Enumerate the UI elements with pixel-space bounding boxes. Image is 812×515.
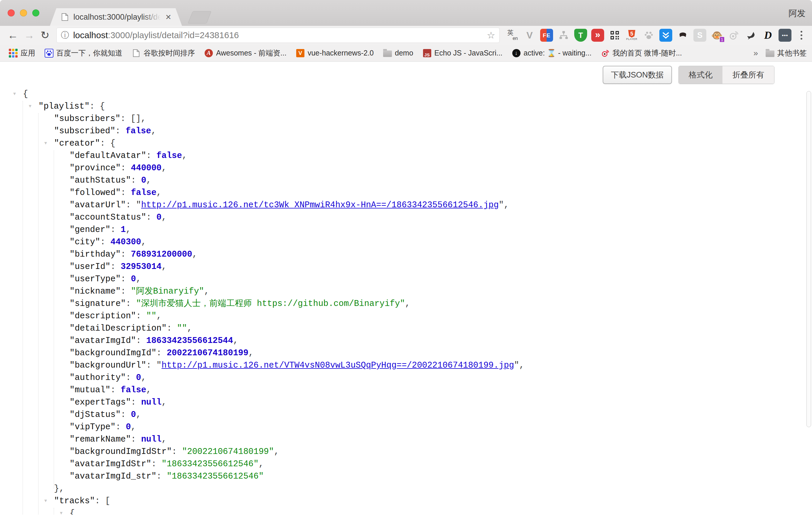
proxy-mask-extension-icon[interactable] [676, 29, 689, 42]
indent-guide [23, 101, 23, 515]
html5-player-extension-icon[interactable]: 5PLAYER [625, 29, 638, 42]
video-speed-extension-icon[interactable]: » [591, 29, 604, 42]
json-line: "mutual": false, [0, 384, 812, 396]
password-manager-extension-icon[interactable]: ••• [779, 29, 791, 42]
tab-title-wrap: localhost:3000/playlist/detail?i [74, 12, 161, 22]
json-line: "subscribers": [], [0, 113, 812, 125]
json-line: "avatarImgId_str": "18633423556612546" [0, 470, 812, 483]
bookmark-label: 我的首页 微博-随时... [613, 48, 682, 58]
reload-icon[interactable]: ↻ [40, 30, 49, 40]
json-line: "backgroundImgIdStr": "2002210674180199"… [0, 446, 812, 458]
json-line: "accountStatus": 0, [0, 211, 812, 224]
new-tab-button[interactable] [188, 11, 212, 24]
json-line: "signature": "深圳市爱猫人士，前端工程师 https://gith… [0, 298, 812, 310]
back-icon[interactable]: ← [8, 30, 18, 40]
weibo-icon [601, 49, 610, 58]
json-line: "avatarUrl": "http://p1.music.126.net/tc… [0, 199, 812, 211]
other-bookmarks-label: 其他书签 [777, 48, 807, 58]
page-icon [132, 49, 141, 58]
echojs-icon: JS [423, 49, 432, 58]
json-line: "djStatus": 0, [0, 409, 812, 421]
bookmark-item[interactable]: AAwesomes - 前端资... [204, 48, 287, 58]
s-letter-extension-icon[interactable]: S [693, 29, 706, 42]
bookmark-item[interactable]: 百度一下，你就知道 [45, 48, 122, 58]
vue-devtools-extension-icon[interactable]: V [523, 29, 536, 42]
address-bar[interactable]: ⓘ localhost:3000/playlist/detail?id=2438… [56, 28, 500, 43]
page-info-icon[interactable]: ⓘ [61, 30, 69, 41]
format-button[interactable]: 格式化 [679, 66, 722, 84]
zoom-window-button[interactable] [32, 9, 39, 17]
bookmark-label: Echo JS - JavaScri... [434, 49, 502, 57]
translate-extension-icon[interactable]: 英en [506, 29, 519, 42]
collapse-triangle-icon[interactable]: ▼ [44, 495, 47, 507]
collapse-triangle-icon[interactable]: ▼ [44, 137, 47, 150]
bookmark-label: 百度一下，你就知道 [56, 48, 122, 58]
bookmarks-bar: 应用百度一下，你就知道谷歌按时间排序AAwesomes - 前端资...Vvue… [0, 45, 812, 62]
json-tree: ▼{▼"playlist": {"subscribers": [],"subsc… [0, 88, 812, 515]
bookmark-item[interactable]: 我的首页 微博-随时... [601, 48, 682, 58]
paw-extension-icon[interactable] [642, 29, 655, 42]
browser-tab[interactable]: localhost:3000/playlist/detail?i ✕ [50, 8, 182, 26]
json-line: "remarkName": null, [0, 433, 812, 446]
chrome-menu-icon[interactable] [795, 29, 807, 42]
bookmark-item[interactable]: ↓active: ⌛ - waiting... [512, 49, 591, 58]
bookmark-item[interactable]: demo [383, 49, 413, 58]
url-host: localhost [73, 30, 108, 40]
extension-badge: 1 [719, 36, 725, 42]
other-bookmarks-folder[interactable]: 其他书签 [765, 48, 807, 58]
close-window-button[interactable] [8, 9, 15, 17]
json-line: ▼{ [0, 88, 812, 101]
bird-extension-icon[interactable] [745, 29, 757, 42]
json-line: "authority": 0, [0, 372, 812, 384]
json-line: "province": 440000, [0, 162, 812, 174]
qr-code-extension-icon[interactable] [608, 29, 621, 42]
indent-guide [54, 150, 54, 489]
download-json-button[interactable]: 下载JSON数据 [603, 66, 672, 84]
scrollbar-thumb[interactable] [806, 91, 811, 427]
traffic-lights [8, 9, 39, 17]
bookmark-item[interactable]: 应用 [9, 48, 35, 58]
weibo-gray-extension-icon[interactable] [727, 29, 741, 42]
tab-close-icon[interactable]: ✕ [165, 13, 171, 22]
json-line: "birthday": 768931200000, [0, 249, 812, 261]
bookmark-item[interactable]: JSEcho JS - JavaScri... [423, 49, 502, 58]
collapse-triangle-icon[interactable]: ▼ [29, 101, 31, 113]
bookmarks-overflow-icon[interactable]: » [753, 49, 758, 58]
bookmark-label: vue-hackernews-2.0 [308, 49, 374, 57]
bookmark-item[interactable]: 谷歌按时间排序 [132, 48, 195, 58]
vue-icon: V [296, 49, 305, 58]
monkey-extension-icon[interactable]: 🐵1 [710, 29, 723, 42]
bookmark-label: demo [395, 49, 413, 57]
tampermonkey-extension-icon[interactable]: T [574, 29, 587, 42]
awesomes-icon: A [204, 49, 213, 58]
dark-reader-extension-icon[interactable]: D [761, 29, 775, 42]
tab-strip: localhost:3000/playlist/detail?i ✕ 阿发 [0, 0, 812, 26]
page-content: 下载JSON数据 格式化 折叠所有 ▼{▼"playlist": {"subsc… [0, 62, 812, 515]
collapse-triangle-icon[interactable]: ▼ [13, 88, 16, 101]
json-line: "authStatus": 0, [0, 174, 812, 187]
arrow-down-circle-icon: ↓ [512, 49, 521, 58]
json-line: ▼{ [0, 507, 812, 515]
bookmark-star-icon[interactable]: ☆ [487, 30, 495, 41]
url-rest: :3000/playlist/detail?id=24381616 [108, 30, 239, 40]
bookmark-item[interactable]: Vvue-hackernews-2.0 [296, 49, 374, 58]
profile-name[interactable]: 阿发 [788, 8, 806, 19]
json-link[interactable]: http://p1.music.126.net/VTW4vsN08vwL3uSQ… [162, 361, 514, 370]
url-text[interactable]: localhost:3000/playlist/detail?id=243816… [73, 30, 239, 40]
tree-diagram-extension-icon[interactable] [557, 29, 570, 42]
baidu-paw-icon [45, 49, 53, 58]
json-line: "userId": 32953014, [0, 261, 812, 273]
minimize-window-button[interactable] [20, 9, 27, 17]
vimium-extension-icon[interactable] [659, 29, 672, 42]
json-link[interactable]: http://p1.music.126.net/tc3Wk_XNPmwiR4hx… [141, 200, 499, 210]
json-line: "followed": false, [0, 187, 812, 199]
folder-icon [765, 49, 775, 58]
bookmark-label: Awesomes - 前端资... [216, 48, 287, 58]
json-line: "avatarImgId": 18633423556612544, [0, 335, 812, 347]
apps-grid-icon [9, 49, 18, 58]
fe-helper-extension-icon[interactable]: FE [540, 29, 553, 42]
collapse-triangle-icon[interactable]: ▼ [60, 507, 62, 515]
collapse-all-button[interactable]: 折叠所有 [722, 66, 774, 84]
extensions-row: 英enVFET»5PLAYERS🐵1D••• [506, 29, 791, 42]
json-line: }, [0, 483, 812, 495]
